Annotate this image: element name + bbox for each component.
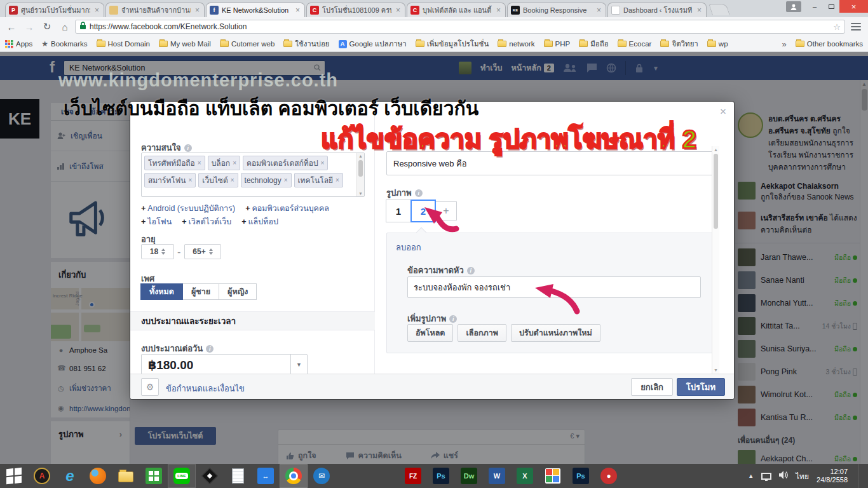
clock[interactable]: 12:07 24/8/2558 bbox=[817, 468, 848, 484]
bookmark-item[interactable]: Apps bbox=[5, 40, 32, 48]
chrome-menu-button[interactable] bbox=[848, 20, 864, 34]
daily-budget-select[interactable]: ฿180.00 ▼ bbox=[141, 354, 308, 376]
remove-tag-icon[interactable]: × bbox=[233, 159, 236, 166]
tab-close-icon[interactable]: × bbox=[595, 6, 602, 15]
bookmark-item[interactable]: Ecocar bbox=[618, 40, 652, 48]
promote-button[interactable]: โปรโมท bbox=[677, 378, 725, 396]
bookmark-item[interactable]: wp bbox=[707, 40, 728, 48]
interest-suggestion[interactable]: +คอมพิวเตอร์ส่วนบุคคล bbox=[245, 202, 329, 215]
taskbar-dreamweaver[interactable]: Dw bbox=[455, 464, 483, 488]
taskbar-firefox[interactable] bbox=[84, 464, 112, 488]
bookmark-item[interactable]: เพิ่มข้อมูลโปรโมชั่น bbox=[416, 38, 489, 50]
scroll-thumb[interactable] bbox=[714, 154, 718, 229]
interest-suggestion[interactable]: +Android (ระบบปฏิบัติการ) bbox=[141, 202, 235, 215]
remove-image-link[interactable]: ลบออก bbox=[396, 241, 421, 254]
bookmarks-overflow-chevron[interactable]: » bbox=[782, 39, 787, 49]
bookmark-item[interactable]: ใช้งานบ่อย bbox=[283, 38, 329, 50]
bookmark-item[interactable]: ★Bookmarks bbox=[41, 39, 87, 48]
close-button[interactable]: × bbox=[839, 0, 868, 13]
taskbar-windows-start[interactable] bbox=[0, 464, 28, 488]
scroll-down-arrow[interactable]: ▼ bbox=[358, 191, 363, 196]
language-indicator[interactable]: ไทย bbox=[796, 470, 809, 482]
scroll-down-arrow[interactable]: ▼ bbox=[714, 368, 718, 372]
bookmark-item[interactable]: จิตวิทยา bbox=[660, 38, 698, 50]
address-bar[interactable]: https://www.facebook.com/KEnetwork.Solut… bbox=[75, 20, 845, 34]
bookmark-item[interactable]: มือถือ bbox=[579, 38, 608, 50]
ad-message-input[interactable]: Responsive web คือ bbox=[386, 151, 717, 175]
browser-tab[interactable]: fKE Network&Solution× bbox=[206, 3, 305, 17]
taskbar-thunderbird[interactable]: ✉ bbox=[308, 464, 336, 488]
scroll-up-arrow[interactable]: ▲ bbox=[358, 154, 363, 158]
tagbox-scrollbar[interactable]: ▲ ▼ bbox=[356, 153, 364, 196]
remove-tag-icon[interactable]: × bbox=[231, 177, 234, 184]
browser-tab[interactable]: Cโปรโมชั่น1081009 ครบ× bbox=[306, 3, 405, 17]
browser-tab[interactable]: KEBooking Responsive× bbox=[507, 3, 606, 17]
interest-suggestion[interactable]: +เวิลด์ไวด์เว็บ bbox=[182, 215, 231, 229]
taskbar-word[interactable]: W bbox=[483, 464, 511, 488]
interest-tag[interactable]: สมาร์ทโฟน× bbox=[144, 173, 196, 187]
forward-button[interactable]: → bbox=[22, 19, 37, 34]
taskbar-excel[interactable]: X bbox=[511, 464, 539, 488]
profile-button[interactable] bbox=[786, 1, 801, 12]
remove-tag-icon[interactable]: × bbox=[198, 159, 201, 166]
interest-tag[interactable]: โทรศัพท์มือถือ× bbox=[144, 156, 205, 170]
add-image-tab[interactable]: + bbox=[435, 201, 457, 220]
interests-tag-box[interactable]: โทรศัพท์มือถือ×บล็อก×คอมพิวเตอร์เดสก์ท็อ… bbox=[141, 152, 365, 197]
tab-close-icon[interactable]: × bbox=[294, 6, 301, 15]
image-button[interactable]: เลือกภาพ bbox=[458, 324, 506, 342]
tab-close-icon[interactable]: × bbox=[495, 6, 502, 15]
dropdown-caret-icon[interactable]: ▼ bbox=[290, 355, 307, 375]
browser-tab[interactable]: Pศูนย์รวมโปรโมชั่นมากมา× bbox=[5, 3, 104, 17]
settings-gear-button[interactable]: ⚙ bbox=[141, 378, 159, 396]
browser-tab[interactable]: Cบุฟเฟ่ต์สลัด และ แอนตี้× bbox=[407, 3, 506, 17]
tab-close-icon[interactable]: × bbox=[93, 6, 100, 15]
interest-tag[interactable]: บล็อก× bbox=[208, 156, 240, 170]
gender-option-selected[interactable]: ทั้งหมด bbox=[140, 283, 183, 300]
image-tab-1[interactable]: 1 bbox=[386, 200, 411, 222]
hidden-icons-arrow[interactable]: ▲ bbox=[748, 473, 754, 479]
back-button[interactable]: ← bbox=[4, 19, 19, 34]
minimize-button[interactable]: – bbox=[806, 0, 823, 13]
taskbar-app-red[interactable]: ● bbox=[595, 464, 623, 488]
taskbar-filezilla[interactable]: FZ bbox=[399, 464, 427, 488]
dialog-scrollbar[interactable]: ▲ ▼ bbox=[712, 146, 719, 374]
taskbar-file-explorer[interactable] bbox=[112, 464, 140, 488]
bookmark-item[interactable]: network bbox=[498, 40, 534, 48]
headline-input[interactable]: ระบบจองห้องพัก จองรถเช่า bbox=[407, 276, 701, 298]
volume-tray-icon[interactable] bbox=[779, 470, 788, 482]
bookmark-item[interactable]: Cutomer web bbox=[220, 40, 275, 48]
home-button[interactable]: ⌂ bbox=[57, 19, 72, 34]
interest-tag[interactable]: เว็บไซต์× bbox=[198, 173, 238, 187]
bookmark-item[interactable]: AGoogle แปลภาษา bbox=[339, 38, 407, 50]
new-tab-button[interactable] bbox=[709, 4, 730, 15]
bookmark-item[interactable]: Host Domain bbox=[97, 40, 150, 48]
taskbar-line[interactable]: LINE bbox=[168, 464, 196, 488]
taskbar-app-diamond[interactable] bbox=[196, 464, 224, 488]
gender-option[interactable]: ผู้ชาย bbox=[182, 283, 219, 300]
tab-close-icon[interactable]: × bbox=[194, 6, 201, 15]
interest-suggestion[interactable]: +ไอโฟน bbox=[141, 215, 172, 229]
cancel-button[interactable]: ยกเลิก bbox=[631, 378, 673, 396]
image-button[interactable]: อัพโหลด bbox=[407, 324, 453, 342]
browser-tab[interactable]: Dashboard ‹ โรงแรมที× bbox=[607, 3, 707, 17]
taskbar-app-grid[interactable] bbox=[539, 464, 567, 488]
taskbar-internet-explorer[interactable]: e bbox=[56, 464, 84, 488]
age-to-select[interactable]: 65+ bbox=[184, 244, 221, 259]
taskbar-photoshop[interactable]: Ps bbox=[427, 464, 455, 488]
reload-button[interactable]: ↻ bbox=[39, 19, 55, 34]
taskbar-teamviewer[interactable]: ↔ bbox=[252, 464, 280, 488]
taskbar-photoshop-2[interactable]: Ps bbox=[567, 464, 595, 488]
interest-tag[interactable]: เทคโนโลยี× bbox=[294, 173, 343, 187]
remove-tag-icon[interactable]: × bbox=[284, 177, 288, 184]
interest-tag[interactable]: คอมพิวเตอร์เดสก์ท็อป× bbox=[243, 156, 328, 170]
image-button[interactable]: ปรับตำแหน่งภาพใหม่ bbox=[511, 324, 600, 342]
remove-tag-icon[interactable]: × bbox=[321, 159, 325, 166]
bookmark-star-icon[interactable]: ☆ bbox=[833, 22, 841, 32]
bookmark-item[interactable]: Other bookmarks bbox=[796, 40, 863, 48]
show-desktop-button[interactable] bbox=[858, 464, 862, 488]
display-tray-icon[interactable] bbox=[761, 473, 771, 480]
tab-close-icon[interactable]: × bbox=[395, 6, 402, 15]
taskbar-chrome[interactable] bbox=[280, 464, 308, 488]
terms-link[interactable]: ข้อกำหนดและเงื่อนไข bbox=[166, 382, 245, 395]
tab-close-icon[interactable]: × bbox=[696, 6, 703, 15]
